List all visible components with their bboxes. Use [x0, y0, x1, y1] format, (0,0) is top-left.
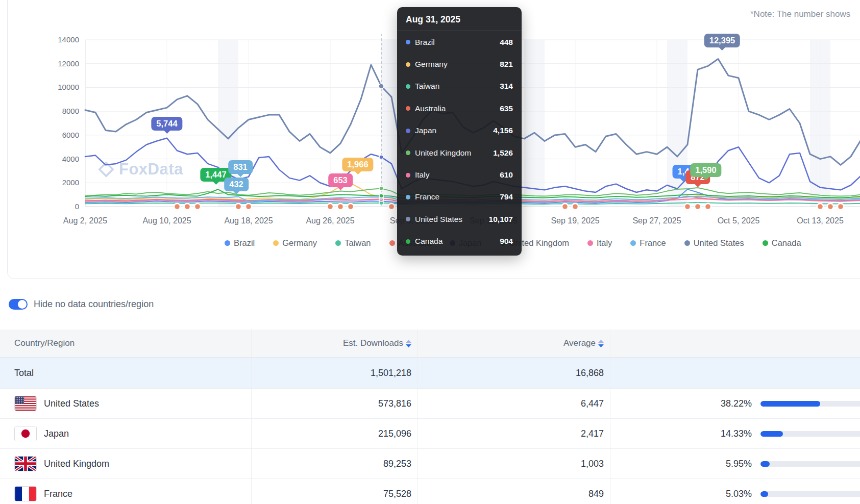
legend-item-united-states[interactable]: United States — [684, 238, 744, 248]
event-dot[interactable] — [705, 204, 710, 209]
sort-icon — [598, 340, 604, 347]
legend-label: Germany — [282, 238, 317, 248]
sort-icon — [406, 340, 411, 347]
event-dot[interactable] — [195, 204, 200, 209]
legend-label: Italy — [597, 238, 612, 248]
event-dot[interactable] — [246, 204, 251, 209]
share-percent: 38.22% — [610, 398, 752, 409]
tooltip-row: Italy610 — [397, 164, 522, 186]
tooltip-row: Germany821 — [397, 53, 522, 75]
tooltip-series-value: 314 — [500, 82, 513, 91]
event-dot[interactable] — [685, 204, 690, 209]
share-bar-track — [760, 491, 860, 497]
tooltip-series-dot — [406, 106, 410, 111]
event-dot[interactable] — [328, 204, 333, 209]
legend-item-france[interactable]: France — [630, 238, 666, 248]
event-dot[interactable] — [828, 204, 833, 209]
cell-downloads: 75,528 — [252, 479, 418, 504]
us-flag-icon — [14, 396, 37, 411]
legend-dot — [225, 240, 230, 246]
sort-est-downloads[interactable]: Est. Downloads — [252, 330, 418, 357]
table-row-japan: Japan215,0962,41714.33% — [0, 419, 860, 449]
table-row-united-states: United States573,8166,44738.22% — [0, 389, 860, 419]
jp-flag-icon — [14, 426, 37, 441]
cell-downloads: 89,253 — [252, 449, 418, 478]
y-axis-label: 8000 — [50, 107, 79, 115]
tooltip-series-value: 904 — [500, 237, 513, 246]
tooltip-series-label: Brazil — [415, 38, 500, 47]
table-row-united-kingdom: United Kingdom89,2531,0035.95% — [0, 449, 860, 479]
page: *Note: The number shows FoxData 02000400… — [0, 0, 860, 504]
cell-country: United Kingdom — [0, 449, 252, 478]
data-badge: 831 — [228, 160, 253, 174]
share-bar-track — [760, 461, 860, 467]
share-percent: 5.95% — [610, 459, 752, 469]
tooltip-rows: Brazil448Germany821Taiwan314Australia635… — [397, 31, 522, 253]
legend-item-canada[interactable]: Canada — [763, 238, 801, 248]
tooltip-series-label: United States — [415, 215, 489, 224]
column-header-average: Average — [563, 338, 596, 348]
y-axis-label: 14000 — [50, 35, 79, 44]
cell-share: 5.95% — [610, 449, 860, 478]
sort-average[interactable]: Average — [418, 330, 610, 357]
legend-item-germany[interactable]: Germany — [273, 238, 317, 248]
event-dot[interactable] — [236, 204, 241, 209]
legend-dot — [684, 240, 690, 246]
tooltip-series-value: 794 — [500, 192, 513, 201]
event-dot[interactable] — [348, 204, 353, 209]
event-dot[interactable] — [562, 204, 568, 209]
event-dot[interactable] — [695, 204, 700, 209]
x-axis-label: Aug 10, 2025 — [129, 216, 205, 225]
cell-country: United States — [0, 389, 252, 418]
x-axis-label: Aug 18, 2025 — [210, 216, 287, 225]
event-dot[interactable] — [818, 204, 823, 209]
tooltip-series-value: 821 — [500, 60, 513, 69]
toggle-knob — [18, 300, 27, 309]
legend-item-brazil[interactable]: Brazil — [225, 238, 255, 248]
cell-average: 849 — [418, 479, 610, 504]
tooltip-series-dot — [406, 62, 410, 67]
cell-share: 5.03% — [610, 479, 860, 504]
legend-dot — [763, 240, 768, 246]
tooltip-row: Canada904 — [397, 231, 522, 253]
column-header-country: Country/Region — [0, 330, 252, 357]
event-dot[interactable] — [389, 204, 394, 209]
country-name: United Kingdom — [44, 459, 109, 469]
country-name: France — [44, 489, 72, 499]
crosshair-point-united-kingdom — [379, 186, 383, 190]
legend-label: France — [640, 238, 666, 248]
cell-share: 38.22% — [610, 389, 860, 418]
legend-label: Taiwan — [345, 238, 371, 248]
data-badge: 1,590 — [690, 163, 721, 177]
event-dot[interactable] — [175, 204, 180, 209]
country-name: Japan — [44, 429, 69, 439]
event-dot[interactable] — [838, 204, 843, 209]
legend-item-taiwan[interactable]: Taiwan — [335, 238, 371, 248]
table-row-total: Total 1,501,218 16,868 — [0, 358, 860, 389]
tooltip-series-value: 448 — [500, 38, 513, 47]
share-bar-fill — [760, 491, 768, 497]
tooltip-series-dot — [406, 173, 410, 178]
tooltip-series-value: 610 — [500, 170, 513, 180]
share-percent: 14.33% — [610, 429, 752, 439]
legend-item-italy[interactable]: Italy — [587, 238, 612, 248]
event-dot[interactable] — [338, 204, 343, 209]
fr-flag-icon — [14, 486, 37, 501]
cell-share: 14.33% — [610, 419, 860, 448]
tooltip-series-label: France — [415, 192, 500, 201]
cell-average: 2,417 — [418, 419, 610, 448]
legend-label: United States — [694, 238, 744, 248]
tooltip-series-dot — [406, 84, 410, 89]
x-axis-label: Aug 26, 2025 — [292, 216, 368, 225]
event-dot[interactable] — [573, 204, 578, 209]
data-badge: 653 — [328, 173, 353, 187]
event-dot[interactable] — [185, 204, 190, 209]
legend-label: Canada — [772, 238, 801, 248]
gb-flag-icon — [14, 456, 37, 471]
hide-no-data-toggle[interactable] — [9, 299, 28, 310]
tooltip-row: Brazil448 — [397, 31, 522, 53]
y-axis-label: 6000 — [50, 131, 79, 139]
tooltip-series-dot — [406, 150, 410, 155]
countries-table: Country/Region Est. Downloads Average To… — [0, 330, 860, 504]
cell-downloads: 215,096 — [252, 419, 418, 448]
